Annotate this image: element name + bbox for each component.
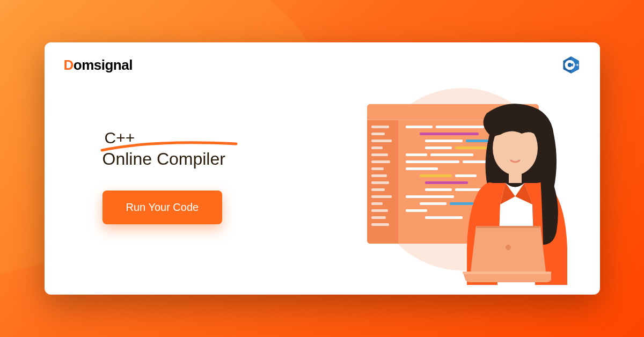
hero-text-area: C++ Online Compiler Run Your Code [64,58,342,279]
laptop-icon [460,226,551,285]
title-group: C++ Online Compiler [103,129,342,169]
illustration-area [341,58,581,279]
svg-rect-8 [509,170,522,183]
developer-illustration [447,97,591,285]
brand-logo: Domsignal [64,57,133,74]
svg-point-9 [506,245,511,250]
title-language: C++ [103,129,135,147]
ide-sidebar [367,120,398,244]
brand-logo-text: omsignal [74,57,133,73]
hero-card: Domsignal C++ Online Compiler Run Your C… [45,42,600,295]
run-code-button[interactable]: Run Your Code [103,191,223,224]
brand-logo-mark: D [64,57,74,73]
